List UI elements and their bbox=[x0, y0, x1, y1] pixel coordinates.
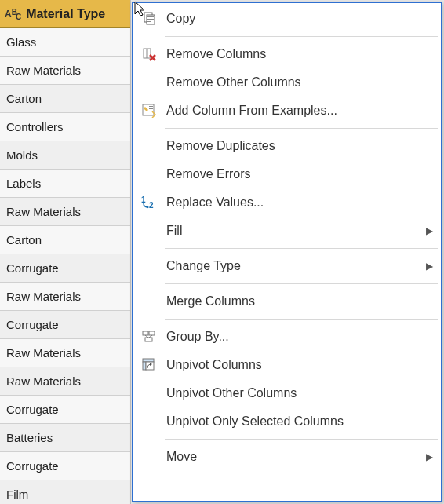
menu-separator bbox=[165, 319, 438, 320]
menu-item-unpivot-other-columns[interactable]: Unpivot Other Columns bbox=[133, 379, 441, 407]
svg-rect-15 bbox=[143, 359, 154, 362]
svg-text:1: 1 bbox=[141, 195, 146, 204]
menu-item-label: Move bbox=[166, 450, 426, 464]
svg-rect-4 bbox=[147, 21, 151, 22]
svg-rect-16 bbox=[143, 362, 146, 370]
table-cell[interactable]: Molds bbox=[0, 141, 130, 170]
menu-item-copy[interactable]: Copy bbox=[133, 5, 441, 33]
menu-item-unpivot-columns[interactable]: Unpivot Columns bbox=[133, 351, 441, 379]
table-cell[interactable]: Controllers bbox=[0, 113, 130, 141]
table-cell[interactable]: Raw Materials bbox=[0, 283, 130, 311]
blank-icon bbox=[138, 382, 160, 404]
menu-item-add-column-from-examples[interactable]: Add Column From Examples... bbox=[133, 97, 441, 125]
menu-item-label: Unpivot Other Columns bbox=[166, 386, 433, 400]
menu-separator bbox=[165, 283, 438, 284]
menu-item-merge-columns[interactable]: Merge Columns bbox=[133, 287, 441, 316]
svg-rect-6 bbox=[147, 49, 151, 58]
menu-item-unpivot-only-selected-columns[interactable]: Unpivot Only Selected Columns bbox=[133, 407, 441, 436]
menu-item-label: Remove Columns bbox=[166, 47, 433, 61]
table-cell[interactable]: Batteries bbox=[0, 424, 130, 452]
menu-item-fill[interactable]: Fill▶ bbox=[133, 217, 441, 245]
table-cell[interactable]: Corrugate bbox=[0, 254, 130, 283]
blank-icon bbox=[138, 446, 160, 468]
menu-item-label: Replace Values... bbox=[166, 195, 433, 210]
svg-rect-12 bbox=[143, 331, 148, 335]
menu-item-label: Remove Duplicates bbox=[166, 139, 433, 153]
table-cell[interactable]: Raw Materials bbox=[0, 339, 130, 367]
table-cell[interactable]: Carton bbox=[0, 85, 130, 113]
table-cell[interactable]: Raw Materials bbox=[0, 367, 130, 396]
svg-rect-13 bbox=[149, 331, 155, 335]
menu-item-label: Remove Other Columns bbox=[166, 75, 433, 89]
copy-icon bbox=[138, 8, 160, 30]
table-cell[interactable]: Raw Materials bbox=[0, 198, 130, 226]
table-cell[interactable]: Glass bbox=[0, 28, 130, 57]
menu-item-label: Add Column From Examples... bbox=[166, 104, 433, 118]
column-title: Material Type bbox=[26, 7, 105, 21]
menu-item-label: Remove Errors bbox=[166, 167, 433, 181]
column-header[interactable]: ABC Material Type bbox=[0, 0, 130, 28]
menu-separator bbox=[165, 439, 438, 440]
menu-item-move[interactable]: Move▶ bbox=[133, 443, 441, 471]
menu-item-replace-values[interactable]: 12Replace Values... bbox=[133, 188, 441, 217]
menu-item-label: Fill bbox=[166, 224, 426, 238]
svg-rect-3 bbox=[147, 19, 154, 20]
svg-rect-8 bbox=[149, 106, 153, 107]
blank-icon bbox=[138, 220, 160, 242]
blank-icon bbox=[138, 255, 160, 277]
data-column: ABC Material Type GlassRaw MaterialsCart… bbox=[0, 0, 131, 504]
menu-item-remove-duplicates[interactable]: Remove Duplicates bbox=[133, 132, 441, 160]
svg-text:2: 2 bbox=[149, 201, 154, 210]
menu-separator bbox=[165, 36, 438, 37]
menu-separator bbox=[165, 128, 438, 129]
menu-item-label: Group By... bbox=[166, 330, 433, 344]
menu-item-change-type[interactable]: Change Type▶ bbox=[133, 252, 441, 280]
table-cell[interactable]: Film bbox=[0, 480, 130, 504]
text-type-icon: ABC bbox=[5, 9, 23, 19]
table-cell[interactable]: Labels bbox=[0, 170, 130, 198]
blank-icon bbox=[138, 290, 160, 312]
table-cell[interactable]: Raw Materials bbox=[0, 57, 130, 85]
table-cell[interactable]: Corrugate bbox=[0, 452, 130, 480]
svg-rect-5 bbox=[144, 49, 147, 58]
menu-item-label: Unpivot Columns bbox=[166, 358, 433, 372]
menu-item-label: Unpivot Only Selected Columns bbox=[166, 415, 433, 429]
context-menu: CopyRemove ColumnsRemove Other ColumnsAd… bbox=[132, 2, 442, 502]
menu-item-remove-other-columns[interactable]: Remove Other Columns bbox=[133, 68, 441, 97]
submenu-arrow-icon: ▶ bbox=[426, 261, 433, 272]
add-column-icon bbox=[138, 100, 160, 122]
blank-icon bbox=[138, 71, 160, 93]
svg-rect-2 bbox=[147, 16, 154, 17]
blank-icon bbox=[138, 163, 160, 185]
table-cell[interactable]: Carton bbox=[0, 226, 130, 254]
blank-icon bbox=[138, 411, 160, 433]
svg-rect-9 bbox=[149, 108, 153, 109]
remove-columns-icon bbox=[138, 43, 160, 65]
group-by-icon bbox=[138, 326, 160, 348]
table-cell[interactable]: Corrugate bbox=[0, 396, 130, 424]
blank-icon bbox=[138, 135, 160, 157]
unpivot-icon bbox=[138, 354, 160, 376]
table-cell[interactable]: Corrugate bbox=[0, 311, 130, 339]
menu-item-label: Copy bbox=[166, 12, 433, 26]
menu-separator bbox=[165, 248, 438, 249]
menu-item-label: Merge Columns bbox=[166, 294, 433, 309]
replace-values-icon: 12 bbox=[138, 192, 160, 214]
menu-item-remove-columns[interactable]: Remove Columns bbox=[133, 40, 441, 68]
menu-item-group-by[interactable]: Group By... bbox=[133, 323, 441, 351]
menu-item-label: Change Type bbox=[166, 259, 426, 273]
menu-item-remove-errors[interactable]: Remove Errors bbox=[133, 160, 441, 188]
svg-rect-14 bbox=[145, 338, 152, 341]
submenu-arrow-icon: ▶ bbox=[426, 225, 433, 236]
submenu-arrow-icon: ▶ bbox=[426, 451, 433, 462]
